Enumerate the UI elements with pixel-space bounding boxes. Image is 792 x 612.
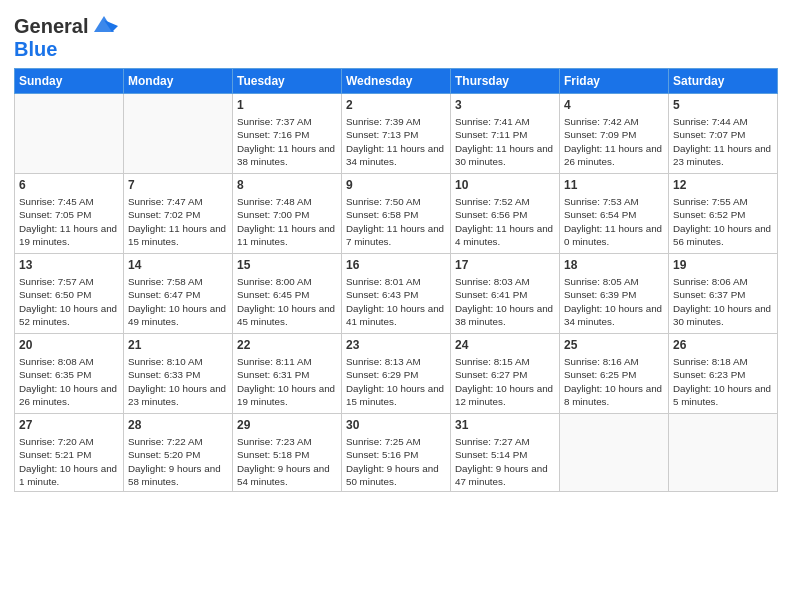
calendar-cell: 11Sunrise: 7:53 AMSunset: 6:54 PMDayligh… xyxy=(560,174,669,254)
day-info: Sunrise: 7:20 AMSunset: 5:21 PMDaylight:… xyxy=(19,435,119,488)
calendar-week-1: 1Sunrise: 7:37 AMSunset: 7:16 PMDaylight… xyxy=(15,94,778,174)
weekday-header-tuesday: Tuesday xyxy=(233,69,342,94)
calendar-cell: 4Sunrise: 7:42 AMSunset: 7:09 PMDaylight… xyxy=(560,94,669,174)
day-info: Sunrise: 7:52 AMSunset: 6:56 PMDaylight:… xyxy=(455,195,555,248)
day-info: Sunrise: 7:48 AMSunset: 7:00 PMDaylight:… xyxy=(237,195,337,248)
day-info: Sunrise: 8:11 AMSunset: 6:31 PMDaylight:… xyxy=(237,355,337,408)
calendar-cell: 29Sunrise: 7:23 AMSunset: 5:18 PMDayligh… xyxy=(233,414,342,492)
logo: General Blue xyxy=(14,14,118,60)
day-number: 12 xyxy=(673,177,773,193)
weekday-header-wednesday: Wednesday xyxy=(342,69,451,94)
calendar-cell: 12Sunrise: 7:55 AMSunset: 6:52 PMDayligh… xyxy=(669,174,778,254)
day-number: 22 xyxy=(237,337,337,353)
calendar-cell: 10Sunrise: 7:52 AMSunset: 6:56 PMDayligh… xyxy=(451,174,560,254)
calendar-cell: 20Sunrise: 8:08 AMSunset: 6:35 PMDayligh… xyxy=(15,334,124,414)
day-number: 31 xyxy=(455,417,555,433)
day-number: 13 xyxy=(19,257,119,273)
day-info: Sunrise: 7:45 AMSunset: 7:05 PMDaylight:… xyxy=(19,195,119,248)
day-info: Sunrise: 7:55 AMSunset: 6:52 PMDaylight:… xyxy=(673,195,773,248)
logo-icon xyxy=(90,10,118,38)
calendar-cell: 9Sunrise: 7:50 AMSunset: 6:58 PMDaylight… xyxy=(342,174,451,254)
calendar-week-4: 20Sunrise: 8:08 AMSunset: 6:35 PMDayligh… xyxy=(15,334,778,414)
day-number: 23 xyxy=(346,337,446,353)
day-info: Sunrise: 7:37 AMSunset: 7:16 PMDaylight:… xyxy=(237,115,337,168)
day-info: Sunrise: 8:08 AMSunset: 6:35 PMDaylight:… xyxy=(19,355,119,408)
calendar-cell: 27Sunrise: 7:20 AMSunset: 5:21 PMDayligh… xyxy=(15,414,124,492)
calendar-cell: 19Sunrise: 8:06 AMSunset: 6:37 PMDayligh… xyxy=(669,254,778,334)
day-number: 5 xyxy=(673,97,773,113)
day-number: 25 xyxy=(564,337,664,353)
calendar-week-5: 27Sunrise: 7:20 AMSunset: 5:21 PMDayligh… xyxy=(15,414,778,492)
weekday-header-friday: Friday xyxy=(560,69,669,94)
calendar-cell: 18Sunrise: 8:05 AMSunset: 6:39 PMDayligh… xyxy=(560,254,669,334)
day-number: 10 xyxy=(455,177,555,193)
day-info: Sunrise: 8:05 AMSunset: 6:39 PMDaylight:… xyxy=(564,275,664,328)
day-info: Sunrise: 8:06 AMSunset: 6:37 PMDaylight:… xyxy=(673,275,773,328)
day-number: 28 xyxy=(128,417,228,433)
logo-text-blue: Blue xyxy=(14,38,118,60)
day-info: Sunrise: 8:10 AMSunset: 6:33 PMDaylight:… xyxy=(128,355,228,408)
day-info: Sunrise: 8:16 AMSunset: 6:25 PMDaylight:… xyxy=(564,355,664,408)
calendar-cell: 26Sunrise: 8:18 AMSunset: 6:23 PMDayligh… xyxy=(669,334,778,414)
day-info: Sunrise: 7:39 AMSunset: 7:13 PMDaylight:… xyxy=(346,115,446,168)
calendar-cell: 7Sunrise: 7:47 AMSunset: 7:02 PMDaylight… xyxy=(124,174,233,254)
calendar-cell: 25Sunrise: 8:16 AMSunset: 6:25 PMDayligh… xyxy=(560,334,669,414)
day-number: 16 xyxy=(346,257,446,273)
calendar-cell: 1Sunrise: 7:37 AMSunset: 7:16 PMDaylight… xyxy=(233,94,342,174)
calendar-cell: 24Sunrise: 8:15 AMSunset: 6:27 PMDayligh… xyxy=(451,334,560,414)
day-number: 21 xyxy=(128,337,228,353)
day-info: Sunrise: 7:41 AMSunset: 7:11 PMDaylight:… xyxy=(455,115,555,168)
calendar-cell: 16Sunrise: 8:01 AMSunset: 6:43 PMDayligh… xyxy=(342,254,451,334)
day-number: 7 xyxy=(128,177,228,193)
day-info: Sunrise: 7:42 AMSunset: 7:09 PMDaylight:… xyxy=(564,115,664,168)
day-info: Sunrise: 8:01 AMSunset: 6:43 PMDaylight:… xyxy=(346,275,446,328)
day-number: 26 xyxy=(673,337,773,353)
weekday-header-monday: Monday xyxy=(124,69,233,94)
day-number: 30 xyxy=(346,417,446,433)
day-number: 8 xyxy=(237,177,337,193)
day-info: Sunrise: 7:53 AMSunset: 6:54 PMDaylight:… xyxy=(564,195,664,248)
day-number: 3 xyxy=(455,97,555,113)
calendar-cell xyxy=(124,94,233,174)
day-info: Sunrise: 7:57 AMSunset: 6:50 PMDaylight:… xyxy=(19,275,119,328)
day-number: 19 xyxy=(673,257,773,273)
calendar-week-2: 6Sunrise: 7:45 AMSunset: 7:05 PMDaylight… xyxy=(15,174,778,254)
day-number: 27 xyxy=(19,417,119,433)
calendar-cell xyxy=(560,414,669,492)
calendar-cell: 13Sunrise: 7:57 AMSunset: 6:50 PMDayligh… xyxy=(15,254,124,334)
calendar-cell: 22Sunrise: 8:11 AMSunset: 6:31 PMDayligh… xyxy=(233,334,342,414)
day-info: Sunrise: 8:13 AMSunset: 6:29 PMDaylight:… xyxy=(346,355,446,408)
day-info: Sunrise: 8:00 AMSunset: 6:45 PMDaylight:… xyxy=(237,275,337,328)
day-info: Sunrise: 7:27 AMSunset: 5:14 PMDaylight:… xyxy=(455,435,555,488)
day-number: 11 xyxy=(564,177,664,193)
day-number: 14 xyxy=(128,257,228,273)
calendar-week-3: 13Sunrise: 7:57 AMSunset: 6:50 PMDayligh… xyxy=(15,254,778,334)
day-number: 15 xyxy=(237,257,337,273)
calendar-cell xyxy=(669,414,778,492)
day-number: 4 xyxy=(564,97,664,113)
calendar-cell: 31Sunrise: 7:27 AMSunset: 5:14 PMDayligh… xyxy=(451,414,560,492)
day-info: Sunrise: 7:58 AMSunset: 6:47 PMDaylight:… xyxy=(128,275,228,328)
logo-text-general: General xyxy=(14,15,88,37)
day-number: 6 xyxy=(19,177,119,193)
day-number: 17 xyxy=(455,257,555,273)
weekday-header-sunday: Sunday xyxy=(15,69,124,94)
day-number: 29 xyxy=(237,417,337,433)
page: General Blue SundayMondayTuesdayWednesda… xyxy=(0,0,792,502)
header: General Blue xyxy=(14,10,778,60)
day-number: 9 xyxy=(346,177,446,193)
calendar-cell: 28Sunrise: 7:22 AMSunset: 5:20 PMDayligh… xyxy=(124,414,233,492)
calendar-cell: 15Sunrise: 8:00 AMSunset: 6:45 PMDayligh… xyxy=(233,254,342,334)
weekday-header-thursday: Thursday xyxy=(451,69,560,94)
day-info: Sunrise: 7:25 AMSunset: 5:16 PMDaylight:… xyxy=(346,435,446,488)
day-info: Sunrise: 7:44 AMSunset: 7:07 PMDaylight:… xyxy=(673,115,773,168)
day-info: Sunrise: 8:15 AMSunset: 6:27 PMDaylight:… xyxy=(455,355,555,408)
calendar-cell: 8Sunrise: 7:48 AMSunset: 7:00 PMDaylight… xyxy=(233,174,342,254)
calendar-cell: 21Sunrise: 8:10 AMSunset: 6:33 PMDayligh… xyxy=(124,334,233,414)
day-info: Sunrise: 8:03 AMSunset: 6:41 PMDaylight:… xyxy=(455,275,555,328)
day-number: 18 xyxy=(564,257,664,273)
day-info: Sunrise: 8:18 AMSunset: 6:23 PMDaylight:… xyxy=(673,355,773,408)
day-info: Sunrise: 7:23 AMSunset: 5:18 PMDaylight:… xyxy=(237,435,337,488)
weekday-header-row: SundayMondayTuesdayWednesdayThursdayFrid… xyxy=(15,69,778,94)
calendar-cell: 30Sunrise: 7:25 AMSunset: 5:16 PMDayligh… xyxy=(342,414,451,492)
